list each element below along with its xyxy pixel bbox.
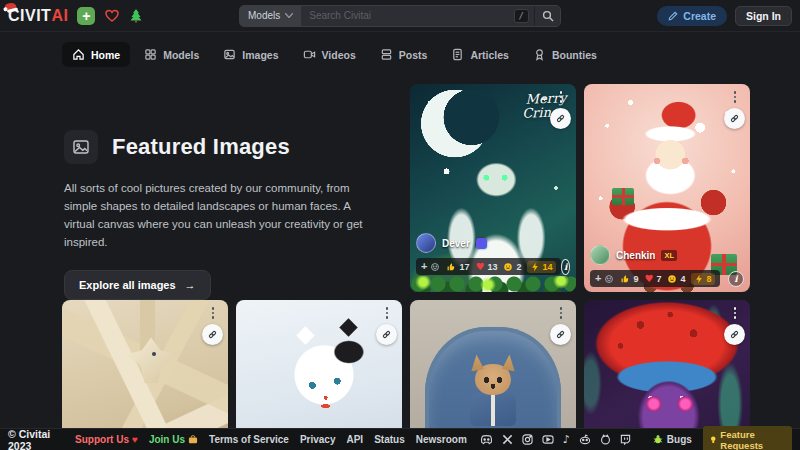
main-nav: Home Models Images Videos Posts Articles… <box>62 42 607 67</box>
heart-icon: ♥ <box>132 434 138 445</box>
heart-icon: ♥ <box>644 274 653 284</box>
reddit-icon[interactable] <box>579 434 591 445</box>
explore-all-images-button[interactable]: Explore all images → <box>64 270 211 300</box>
smiley-icon <box>604 274 614 284</box>
search-input[interactable] <box>301 6 513 26</box>
support-heart-icon[interactable] <box>104 8 120 24</box>
search-button[interactable] <box>534 6 560 26</box>
card-menu-button[interactable] <box>728 89 742 105</box>
posts-icon <box>380 48 393 61</box>
holiday-tree-icon[interactable] <box>129 8 143 23</box>
user-info[interactable]: Dever <box>416 233 570 253</box>
github-icon[interactable] <box>600 434 611 445</box>
username: Dever <box>442 238 470 249</box>
logo-text-ai: AI <box>51 7 68 25</box>
info-button[interactable]: i <box>561 259 570 275</box>
thumbs-up-icon <box>446 262 456 272</box>
twitch-icon[interactable] <box>620 434 631 445</box>
tiktok-icon[interactable]: ♪ <box>563 434 570 445</box>
add-content-button[interactable]: + <box>77 7 95 25</box>
lightbulb-icon <box>710 435 716 445</box>
heart-reaction-button[interactable]: ♥ 13 <box>475 262 497 272</box>
tab-videos[interactable]: Videos <box>293 42 366 67</box>
laugh-reaction-button[interactable]: 4 <box>667 274 685 284</box>
copy-link-button[interactable] <box>376 324 397 345</box>
gift-shape <box>612 188 634 205</box>
smiley-icon <box>430 262 440 272</box>
youtube-icon[interactable] <box>542 434 554 445</box>
image-card-wizard: Merry Cringe Dever + 17 <box>410 84 576 292</box>
footer-link-support-us[interactable]: Support Us ♥ <box>75 434 138 445</box>
tab-models[interactable]: Models <box>134 42 209 67</box>
card-menu-button[interactable] <box>554 305 568 321</box>
heart-reaction-button[interactable]: ♥ 7 <box>644 274 661 284</box>
copy-link-button[interactable] <box>724 108 745 129</box>
link-icon <box>555 329 566 340</box>
card-menu-button[interactable] <box>554 89 568 105</box>
tab-home[interactable]: Home <box>62 42 130 67</box>
laugh-emoji-icon <box>667 274 677 284</box>
page-title: Featured Images <box>112 134 290 160</box>
footer-link-newsroom[interactable]: Newsroom <box>416 434 467 445</box>
pencil-icon <box>668 11 678 21</box>
link-icon <box>729 113 740 124</box>
chevron-down-icon <box>285 13 293 18</box>
models-grid-icon <box>144 48 157 61</box>
link-icon <box>555 113 566 124</box>
zap-reaction-button[interactable]: 14 <box>527 261 556 273</box>
create-button[interactable]: Create <box>657 6 727 26</box>
x-twitter-icon[interactable] <box>502 434 513 445</box>
like-reaction-button[interactable]: 17 <box>446 262 469 272</box>
create-label: Create <box>683 10 716 22</box>
dog-body-shape <box>470 392 516 426</box>
tab-posts[interactable]: Posts <box>370 42 438 67</box>
zap-reaction-button[interactable]: 8 <box>691 273 715 285</box>
card-menu-button[interactable] <box>206 305 220 321</box>
slash-shortcut-key: / <box>514 9 529 23</box>
briefcase-icon <box>188 435 198 444</box>
copy-link-button[interactable] <box>724 324 745 345</box>
images-icon <box>223 48 236 61</box>
search-category-select[interactable]: Models <box>240 6 301 26</box>
hero-description: All sorts of cool pictures created by ou… <box>64 179 376 252</box>
card-menu-button[interactable] <box>380 305 394 321</box>
user-info[interactable]: Chenkin XL <box>590 245 744 265</box>
search-icon <box>542 10 554 22</box>
reaction-bar: + 17 ♥ 13 2 <box>416 258 561 275</box>
discord-icon[interactable] <box>480 434 493 445</box>
add-reaction-button[interactable]: + <box>421 261 440 272</box>
tab-bounties[interactable]: Bounties <box>523 42 607 67</box>
info-button[interactable]: i <box>728 271 744 287</box>
zap-icon <box>695 274 703 284</box>
bugs-button[interactable]: Bugs <box>653 434 692 445</box>
feature-requests-button[interactable]: Feature Requests <box>703 426 792 450</box>
footer-link-terms[interactable]: Terms of Service <box>209 434 289 445</box>
footer-link-privacy[interactable]: Privacy <box>300 434 336 445</box>
copy-link-button[interactable] <box>550 324 571 345</box>
link-icon <box>729 329 740 340</box>
add-reaction-button[interactable]: + <box>595 273 614 284</box>
avatar <box>590 245 610 265</box>
sign-in-button[interactable]: Sign In <box>735 6 792 26</box>
footer-link-api[interactable]: API <box>346 434 363 445</box>
card-menu-button[interactable] <box>728 305 742 321</box>
footer-link-status[interactable]: Status <box>374 434 405 445</box>
bug-icon <box>653 434 663 445</box>
laugh-reaction-button[interactable]: 2 <box>503 262 521 272</box>
heart-icon: ♥ <box>475 262 484 272</box>
copy-link-button[interactable] <box>202 324 223 345</box>
instagram-icon[interactable] <box>522 434 533 445</box>
home-icon <box>72 48 85 61</box>
tab-articles[interactable]: Articles <box>441 42 519 67</box>
content-grid: Featured Images All sorts of cool pictur… <box>62 84 750 450</box>
videos-icon <box>303 48 316 61</box>
search-category-value: Models <box>248 10 280 21</box>
civitai-logo[interactable]: CIVITAI <box>8 7 68 25</box>
user-badge: XL <box>661 250 677 261</box>
tab-images[interactable]: Images <box>213 42 288 67</box>
copy-link-button[interactable] <box>550 108 571 129</box>
footer-link-join-us[interactable]: Join Us <box>149 434 198 445</box>
like-reaction-button[interactable]: 9 <box>620 274 638 284</box>
social-links: ♪ <box>480 434 631 445</box>
thumbs-up-icon <box>620 274 630 284</box>
